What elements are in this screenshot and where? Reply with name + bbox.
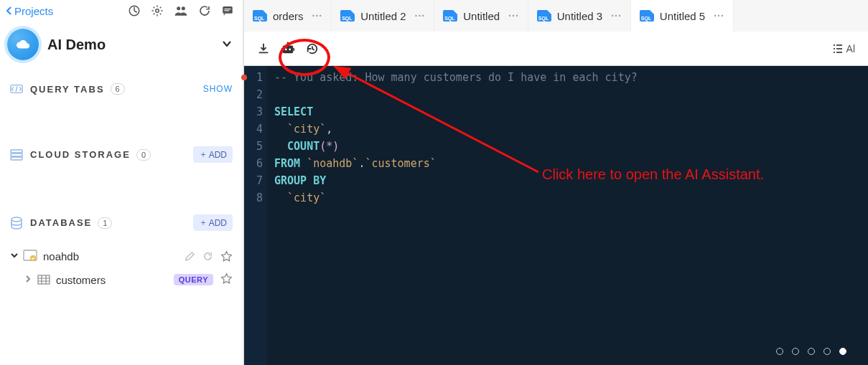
query-tabs-label: QUERY TABS xyxy=(30,84,105,95)
star-icon[interactable] xyxy=(220,272,233,287)
svg-rect-16 xyxy=(281,48,283,51)
database-section-icon xyxy=(10,217,23,229)
toolbar-right-button[interactable]: Al xyxy=(832,43,855,54)
svg-point-2 xyxy=(177,6,180,10)
back-to-projects[interactable]: Projects xyxy=(6,5,53,17)
sql-file-icon: SQL xyxy=(640,10,654,22)
pager-dot[interactable] xyxy=(823,348,831,355)
project-avatar xyxy=(7,29,39,60)
svg-rect-17 xyxy=(293,48,294,51)
tab-label: Untitled 3 xyxy=(557,10,602,22)
pager-dot[interactable] xyxy=(776,348,783,355)
chevron-down-icon[interactable] xyxy=(10,250,19,262)
main-panel: SQLorders···SQLUntitled 2···SQLUntitled·… xyxy=(244,0,868,365)
project-title: AI Demo xyxy=(47,37,106,53)
tab-label: orders xyxy=(273,10,304,22)
tab-label: Untitled 5 xyxy=(660,10,705,22)
editor-toolbar: Al xyxy=(244,32,868,66)
svg-rect-14 xyxy=(38,275,50,284)
table-icon xyxy=(37,275,50,285)
database-add[interactable]: ＋ADD xyxy=(193,214,233,231)
chat-icon[interactable] xyxy=(221,4,234,17)
cloud-storage-add[interactable]: ＋ADD xyxy=(193,146,233,163)
tab-menu-icon[interactable]: ··· xyxy=(608,10,625,22)
table-name: customers xyxy=(56,274,106,286)
database-count: 1 xyxy=(98,217,112,229)
pager-dot[interactable] xyxy=(808,348,815,355)
chevron-left-icon xyxy=(6,6,13,16)
svg-point-3 xyxy=(182,6,185,10)
tab-menu-icon[interactable]: ··· xyxy=(309,10,326,22)
svg-point-11 xyxy=(11,217,22,222)
cloud-storage-count: 0 xyxy=(136,149,151,161)
sql-file-icon: SQL xyxy=(340,10,355,22)
sql-file-icon: SQL xyxy=(253,10,267,22)
star-icon[interactable] xyxy=(220,250,233,262)
sql-file-icon: SQL xyxy=(537,10,551,22)
list-icon xyxy=(832,44,844,54)
svg-rect-5 xyxy=(225,9,231,9)
database-item[interactable]: noahdb xyxy=(0,244,243,268)
refresh-icon[interactable] xyxy=(202,251,213,262)
cloud-storage-icon xyxy=(10,149,23,161)
tab[interactable]: SQLUntitled 5··· xyxy=(631,0,734,32)
download-icon[interactable] xyxy=(257,42,270,55)
cloud-icon xyxy=(15,38,31,51)
query-tabs-show[interactable]: SHOW xyxy=(203,84,233,94)
tab[interactable]: SQLUntitled··· xyxy=(434,0,528,32)
query-tabs-icon xyxy=(10,84,23,94)
gear-icon[interactable] xyxy=(151,4,164,17)
sql-file-icon: SQL xyxy=(443,10,457,22)
svg-rect-10 xyxy=(11,157,22,160)
tab[interactable]: SQLorders··· xyxy=(244,0,332,32)
database-name: noahdb xyxy=(43,250,79,262)
tab-bar: SQLorders···SQLUntitled 2···SQLUntitled·… xyxy=(244,0,868,32)
svg-point-21 xyxy=(289,48,291,50)
svg-point-13 xyxy=(30,255,36,261)
svg-rect-8 xyxy=(11,150,22,153)
project-expand[interactable] xyxy=(221,38,233,52)
tab-label: Untitled 2 xyxy=(360,10,406,22)
cloud-storage-label: CLOUD STORAGE xyxy=(30,149,131,160)
pager-dot[interactable] xyxy=(792,348,799,355)
svg-rect-6 xyxy=(225,10,230,11)
svg-rect-15 xyxy=(283,45,294,53)
pager-dots xyxy=(776,348,846,355)
svg-point-1 xyxy=(156,9,159,13)
sidebar: Projects AI Demo QUERY TABS 6 xyxy=(0,0,244,365)
tab[interactable]: SQLUntitled 2··· xyxy=(332,0,434,32)
chevron-right-icon[interactable] xyxy=(24,274,32,285)
svg-point-19 xyxy=(287,42,289,44)
svg-rect-4 xyxy=(223,6,233,14)
database-section-label: DATABASE xyxy=(30,217,92,228)
tab-label: Untitled xyxy=(463,10,500,22)
table-item[interactable]: customers QUERY xyxy=(0,268,243,291)
tab-menu-icon[interactable]: ··· xyxy=(711,10,727,22)
ai-assistant-icon[interactable] xyxy=(280,42,296,56)
svg-point-20 xyxy=(285,48,287,50)
query-tabs-count: 6 xyxy=(111,83,125,95)
edit-icon[interactable] xyxy=(185,251,195,262)
database-icon xyxy=(23,250,37,262)
dashboard-icon[interactable] xyxy=(128,4,141,17)
svg-rect-9 xyxy=(11,153,22,156)
history-icon[interactable] xyxy=(306,42,319,55)
users-icon[interactable] xyxy=(174,4,188,17)
query-badge[interactable]: QUERY xyxy=(174,274,213,285)
refresh-icon[interactable] xyxy=(198,4,211,17)
tab-menu-icon[interactable]: ··· xyxy=(412,10,429,22)
tab[interactable]: SQLUntitled 3··· xyxy=(528,0,631,32)
back-label: Projects xyxy=(14,5,53,17)
code-editor[interactable]: 12345678 -- You asked: How many customer… xyxy=(244,66,868,365)
tab-menu-icon[interactable]: ··· xyxy=(505,10,522,22)
pager-dot[interactable] xyxy=(839,348,846,355)
